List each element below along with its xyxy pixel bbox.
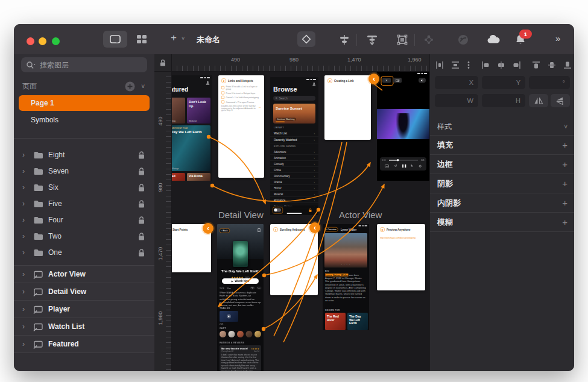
watch-now-button[interactable]: ▶ Watch Now bbox=[222, 278, 259, 284]
audio-button[interactable] bbox=[419, 78, 426, 83]
documentation-link[interactable]: http://sketchapp.com/docs/prototyping bbox=[380, 237, 416, 239]
lock-icon[interactable] bbox=[136, 183, 146, 192]
flip-vertical-button[interactable] bbox=[551, 94, 570, 107]
forward-icon[interactable]: ↻ bbox=[411, 164, 413, 168]
link-badge[interactable]: ‹ bbox=[203, 223, 213, 234]
account-icon[interactable] bbox=[206, 81, 210, 85]
sidebar-folder-row[interactable]: › Eight bbox=[14, 146, 154, 163]
distribute-vertically-icon[interactable] bbox=[450, 60, 460, 70]
insert-button[interactable]: + bbox=[171, 32, 177, 44]
align-center-horizontal-icon[interactable] bbox=[496, 60, 506, 70]
movie-card-via-roma[interactable]: Via Roma bbox=[187, 173, 210, 181]
tidy-button[interactable] bbox=[365, 33, 379, 47]
library-row[interactable]: Watch List › bbox=[270, 130, 318, 137]
flip-horizontal-button[interactable] bbox=[529, 94, 548, 107]
browse-search-field[interactable]: Search bbox=[273, 96, 315, 101]
chevron-right-icon[interactable]: › bbox=[22, 216, 28, 224]
watch-list-artboard[interactable]: Browse Search Sunrise Sunset Continue Wa… bbox=[270, 77, 318, 215]
movie-poster[interactable] bbox=[233, 241, 248, 267]
known-for-card-day-we-left-earth[interactable]: The Day We Left Earth bbox=[347, 313, 368, 330]
align-bottom-icon[interactable] bbox=[563, 60, 572, 70]
distribute-button[interactable] bbox=[337, 33, 352, 47]
align-top-icon[interactable] bbox=[531, 60, 541, 70]
section-inner-shadows[interactable]: 内阴影 + bbox=[430, 193, 574, 212]
tutorial-card-scrolling-artboards[interactable]: 7 Scrolling Artboards bbox=[270, 224, 318, 295]
layer-list-view-button[interactable] bbox=[103, 31, 127, 48]
chevron-right-icon[interactable]: › bbox=[22, 248, 28, 257]
genre-row[interactable]: Horror › bbox=[270, 185, 318, 191]
sidebar-folder-row[interactable]: › Seven bbox=[14, 163, 154, 179]
chevron-right-icon[interactable]: › bbox=[22, 183, 28, 192]
chevron-right-icon[interactable]: › bbox=[22, 270, 28, 278]
add-shadow-button[interactable]: + bbox=[562, 178, 567, 189]
genre-row[interactable]: Drama › bbox=[270, 179, 318, 185]
lock-icon[interactable] bbox=[136, 199, 146, 208]
sidebar-artboard-row[interactable]: › Watch List bbox=[14, 318, 154, 335]
lock-icon[interactable] bbox=[136, 150, 146, 160]
genre-row[interactable]: Comedy › bbox=[270, 161, 318, 167]
preview-button[interactable] bbox=[456, 33, 470, 47]
detail-view-artboard[interactable]: ‹ Back The Day We Left Earth ★★★★★ (347)… bbox=[217, 224, 264, 371]
cast-avatar[interactable] bbox=[220, 331, 226, 337]
player-artboard[interactable]: ✕ 0:00 2:26 ↺ bbox=[377, 71, 429, 181]
y-position-field[interactable]: Y bbox=[482, 76, 525, 89]
tutorial-card-creating-a-link[interactable]: 4 Creating a Link bbox=[324, 75, 371, 140]
sidebar-folder-row[interactable]: › One bbox=[14, 244, 154, 260]
minimize-window-button[interactable] bbox=[39, 37, 46, 45]
cloud-button[interactable] bbox=[485, 33, 500, 47]
chevron-right-icon[interactable]: › bbox=[22, 199, 28, 208]
add-fill-button[interactable]: + bbox=[562, 140, 567, 150]
artboard-title-actor-view[interactable]: Actor View bbox=[339, 210, 382, 220]
trailer-thumbnail[interactable]: ▶ bbox=[220, 311, 238, 322]
actor-view-artboard[interactable]: ‹ Overview Lynne Walter · · · · BIO Lynn… bbox=[323, 224, 369, 330]
width-field[interactable]: W bbox=[435, 94, 478, 107]
account-icon[interactable] bbox=[312, 82, 317, 86]
lock-icon[interactable] bbox=[136, 166, 146, 176]
chevron-right-icon[interactable]: › bbox=[22, 167, 28, 175]
chevron-right-icon[interactable]: › bbox=[22, 340, 28, 348]
vertical-ruler[interactable]: 490 980 1,470 1,960 bbox=[154, 71, 172, 371]
align-left-icon[interactable] bbox=[481, 60, 490, 70]
prototyping-button[interactable] bbox=[422, 33, 436, 47]
page-item[interactable]: Symbols bbox=[19, 112, 150, 128]
genre-row[interactable]: Romance › bbox=[270, 197, 318, 203]
movie-card-the-red-river[interactable]: The Red River bbox=[171, 173, 185, 181]
notifications-button[interactable]: 1 bbox=[513, 33, 528, 47]
cast-avatar[interactable] bbox=[246, 331, 253, 337]
genre-row[interactable]: Adventure › bbox=[270, 149, 318, 155]
continue-watching-banner[interactable]: Sunrise Sunset Continue Watching bbox=[273, 104, 315, 124]
tutorial-card-preview-anywhere[interactable]: 8 Preview Anywhere http://sketchapp.com/… bbox=[377, 224, 425, 290]
section-fills[interactable]: 填充 + bbox=[430, 135, 574, 154]
align-middle-vertical-icon[interactable] bbox=[547, 60, 557, 70]
bio-highlight[interactable]: Lynne Gainer Walter bbox=[325, 274, 349, 277]
actor-photo[interactable]: · · · · bbox=[324, 233, 367, 268]
section-shadows[interactable]: 阴影 + bbox=[430, 174, 574, 193]
video-frame[interactable] bbox=[377, 109, 429, 139]
genre-row[interactable]: Musical › bbox=[270, 191, 318, 197]
rotation-field[interactable]: ° bbox=[529, 76, 570, 89]
artboard-title-detail-view[interactable]: Detail View bbox=[218, 210, 264, 220]
pip-button[interactable] bbox=[393, 78, 402, 83]
symbol-button[interactable] bbox=[297, 31, 315, 47]
chevron-right-icon[interactable]: › bbox=[22, 305, 28, 313]
chevron-right-icon[interactable]: › bbox=[22, 151, 28, 159]
genre-row[interactable]: Animation › bbox=[270, 155, 318, 161]
genre-row[interactable]: Documentary › bbox=[270, 173, 318, 179]
tutorial-card-links-and-hotspots[interactable]: 2 Links and Hotspots Press W to add a Li… bbox=[218, 75, 264, 178]
lock-icon[interactable] bbox=[136, 215, 146, 225]
back-button[interactable]: ‹ Back bbox=[220, 228, 230, 233]
sidebar-folder-row[interactable]: › Six bbox=[14, 179, 154, 195]
sidebar-folder-row[interactable]: › Two bbox=[14, 228, 154, 244]
close-window-button[interactable] bbox=[27, 37, 34, 45]
link-badge[interactable]: ‹ bbox=[368, 74, 379, 84]
featured-artboard[interactable]: Featured Molly Now Streaming Don't Look … bbox=[171, 75, 212, 181]
cast-avatar[interactable] bbox=[254, 331, 261, 337]
sidebar-artboard-row[interactable]: › Detail View bbox=[14, 283, 154, 300]
titlebar[interactable]: + ˅ 未命名 1 » bbox=[14, 24, 574, 55]
rewind-icon[interactable]: ↺ bbox=[394, 164, 397, 168]
insert-caret-icon[interactable]: ˅ bbox=[182, 36, 185, 42]
known-for-card-red-river[interactable]: The Red River bbox=[325, 313, 346, 330]
sidebar-artboard-row[interactable]: › Actor View bbox=[14, 265, 154, 283]
section-blur[interactable]: 模糊 + bbox=[430, 212, 574, 231]
genre-row[interactable]: Crime › bbox=[270, 167, 318, 173]
